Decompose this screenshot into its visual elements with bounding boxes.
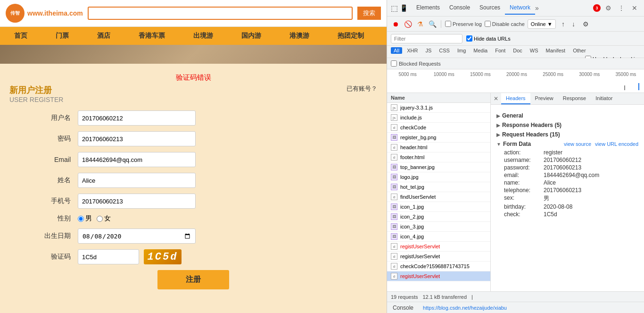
search-button[interactable]: 搜索 [357,7,381,20]
list-item[interactable]: 🖼 logo.jpg [387,172,490,182]
more-tabs-icon[interactable]: » [535,4,539,12]
preserve-log-checkbox[interactable]: Preserve log [445,21,482,27]
type-media[interactable]: Media [471,47,490,54]
tab-console[interactable]: Console [445,1,475,15]
type-ws[interactable]: WS [527,47,541,54]
nav-hotel[interactable]: 酒店 [83,27,124,45]
name-input[interactable] [78,173,196,188]
gender-male-radio[interactable] [78,216,84,222]
nav-tickets[interactable]: 门票 [41,27,83,45]
list-item[interactable]: 🖼 register_bg.png [387,133,490,143]
type-other[interactable]: Other [570,47,589,54]
img-file-icon: 🖼 [391,134,397,141]
console-tab-label[interactable]: Console [393,305,413,311]
settings-icon[interactable]: ⚙ [603,2,614,14]
list-item[interactable]: 🖼 hot_tel.jpg [387,182,490,192]
search-input[interactable] [88,7,353,20]
form-check-key: check: [504,211,542,218]
general-section-header[interactable]: ▶ General [496,112,638,119]
disable-cache-checkbox[interactable]: Disable cache [485,21,525,27]
blocked-requests-input[interactable] [391,60,397,67]
form-data-title[interactable]: ▼ Form Data [496,141,531,147]
disable-cache-input[interactable] [485,21,491,27]
nav-home[interactable]: 首页 [0,27,41,45]
details-tab-response[interactable]: Response [558,93,591,104]
tab-sources[interactable]: Sources [475,1,505,15]
list-item[interactable]: d registUserServlet [387,242,490,252]
network-settings-icon[interactable]: ⚙ [581,19,591,29]
hide-data-urls-input[interactable] [466,35,472,42]
nav-domestic[interactable]: 国内游 [227,27,275,45]
password-input[interactable] [78,131,196,146]
gender-female-option[interactable]: 女 [97,214,111,223]
tab-elements[interactable]: Elements [412,1,445,15]
nav-hkmo[interactable]: 港澳游 [275,27,323,45]
captcha-input[interactable] [78,249,139,264]
gender-female-radio[interactable] [97,216,103,222]
filter-input[interactable] [391,34,462,43]
type-font[interactable]: Font [492,47,508,54]
list-item[interactable]: 🖼 icon_1.jpg [387,202,490,212]
list-item[interactable]: js jquery-3.3.1.js [387,103,490,113]
file-name: icon_2.jpg [400,214,424,220]
list-item[interactable]: 🖼 icon_2.jpg [387,212,490,222]
list-item[interactable]: d findUserServlet [387,192,490,202]
list-item[interactable]: 🖼 top_banner.jpg [387,162,490,172]
type-css[interactable]: CSS [436,47,453,54]
nav-hk-bus[interactable]: 香港车票 [124,27,179,45]
online-selector[interactable]: Online ▼ [528,19,556,29]
details-tab-initiator[interactable]: Initiator [591,93,617,104]
more-options-icon[interactable]: ⋮ [616,2,627,14]
details-close-icon[interactable]: ✕ [491,93,501,104]
tab-network[interactable]: Network [505,1,535,15]
list-item[interactable]: 🖼 icon_4.jpg [387,232,490,242]
list-item[interactable]: 🖼 icon_3.jpg [387,222,490,232]
response-headers-section-header[interactable]: ▶ Response Headers (5) [496,122,638,128]
nav-group[interactable]: 抱团定制 [323,27,378,45]
type-img[interactable]: Img [454,47,469,54]
details-tab-preview[interactable]: Preview [530,93,558,104]
hide-data-urls-checkbox[interactable]: Hide data URLs [466,35,511,42]
type-manifest[interactable]: Manifest [543,47,569,54]
blocked-requests-checkbox[interactable]: Blocked Requests [391,60,441,67]
username-input[interactable] [78,110,196,126]
clear-button[interactable]: 🚫 [403,19,413,29]
view-url-encoded-link[interactable]: view URL encoded [595,141,638,147]
hide-data-urls-label: Hide data URLs [474,36,511,42]
search-network-icon[interactable]: 🔍 [428,19,437,29]
register-button[interactable]: 注册 [157,270,229,289]
list-item-active[interactable]: d registUserServlet [387,271,490,281]
request-headers-section-header[interactable]: ▶ Request Headers (15) [496,131,638,138]
email-input[interactable] [78,152,196,167]
phone-input[interactable] [78,194,196,209]
device-icon[interactable]: 📱 [400,4,408,12]
type-doc[interactable]: Doc [510,47,525,54]
gender-male-option[interactable]: 男 [78,214,92,223]
file-name: findUserServlet [400,194,436,200]
type-js[interactable]: JS [422,47,434,54]
disable-cache-label: Disable cache [492,21,525,27]
already-account-link[interactable]: 已有账号？ [347,85,377,93]
record-button[interactable]: ⏺ [391,19,400,29]
list-item[interactable]: js include.js [387,113,490,123]
close-devtools-icon[interactable]: ✕ [629,2,640,14]
inspect-icon[interactable]: ⬚ [391,4,398,13]
details-tab-headers[interactable]: Headers [501,93,530,104]
upload-icon[interactable]: ↑ [559,19,568,29]
view-source-link[interactable]: view source [564,141,591,147]
file-name: include.js [400,115,422,120]
list-item[interactable]: d checkCode?15968871743715 [387,262,490,271]
birthday-input[interactable] [78,228,196,244]
filter-icon[interactable]: ⚗ [415,19,425,29]
list-item[interactable]: d footer.html [387,152,490,162]
file-name: registUserServlet [400,254,440,259]
list-item[interactable]: d header.html [387,143,490,152]
download-icon[interactable]: ↓ [569,19,578,29]
img-file-icon: 🖼 [391,213,397,220]
type-all[interactable]: All [391,47,402,54]
list-item[interactable]: d checkCode [387,123,490,133]
list-item[interactable]: d registUserServlet [387,252,490,262]
nav-overseas[interactable]: 出境游 [179,27,227,45]
type-xhr[interactable]: XHR [404,47,421,54]
preserve-log-input[interactable] [445,21,451,27]
